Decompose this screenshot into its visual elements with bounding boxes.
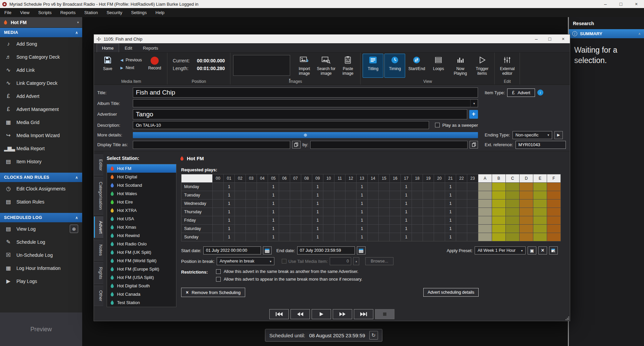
plays-cell[interactable]	[368, 183, 378, 191]
break-cell[interactable]	[506, 208, 519, 216]
next-button[interactable]: ▶ Next	[120, 65, 142, 70]
plays-cell[interactable]	[235, 208, 246, 216]
plays-cell[interactable]: 1	[268, 199, 279, 208]
menu-settings[interactable]: Settings	[127, 8, 151, 17]
break-cell[interactable]	[492, 191, 505, 199]
preview-panel[interactable]: Preview	[0, 312, 82, 346]
refresh-schedule-button[interactable]: ↻	[369, 331, 378, 340]
window-minimize-button[interactable]: –	[598, 0, 613, 8]
plays-cell[interactable]	[345, 216, 356, 224]
sidebar-item-station-rules[interactable]: ▤Station Rules	[0, 195, 82, 208]
plays-cell[interactable]: 1	[312, 233, 323, 241]
break-cell[interactable]	[478, 183, 492, 191]
plays-cell[interactable]	[390, 233, 400, 241]
plays-cell[interactable]: 1	[224, 183, 234, 191]
sidebar-item-un-schedule-log[interactable]: ☒Un-Schedule Log	[0, 248, 82, 262]
dialog-minimize-button[interactable]: –	[530, 35, 543, 43]
plays-cell[interactable]	[290, 208, 301, 216]
sidebar-item-add-advert[interactable]: £Add Advert	[0, 90, 82, 103]
sidebar-item-advert-management[interactable]: £Advert Management	[0, 103, 82, 116]
plays-cell[interactable]	[279, 225, 290, 233]
record-button[interactable]: Record	[144, 54, 165, 78]
plays-cell[interactable]: 1	[312, 191, 323, 199]
fast-forward-button[interactable]	[333, 309, 352, 319]
window-close-button[interactable]: ×	[629, 0, 644, 8]
plays-cell[interactable]	[434, 233, 445, 241]
plays-cell[interactable]: 1	[268, 191, 279, 199]
plays-cell[interactable]	[390, 208, 400, 216]
titling-button[interactable]: Titling	[363, 54, 383, 78]
station-hot-fm-usa-split[interactable]: Hot FM (USA Split)	[107, 273, 176, 282]
browse-button[interactable]: Browse...	[365, 257, 393, 265]
plays-cell[interactable]	[456, 233, 467, 241]
plays-cell[interactable]: 1	[445, 191, 456, 199]
plays-cell[interactable]	[345, 225, 356, 233]
side-tab-other[interactable]: Other	[94, 286, 103, 306]
station-hot-fm-world-split[interactable]: Hot FM (World Split)	[107, 256, 176, 265]
sidebar-station-selector[interactable]: Hot FM ▾	[0, 17, 82, 28]
clear-preset-button[interactable]: ×	[538, 246, 547, 254]
plays-cell[interactable]	[467, 216, 478, 224]
plays-cell[interactable]: 1	[445, 233, 456, 241]
sidebar-item-edit-clock-assignments[interactable]: ◷Edit Clock Assignments	[0, 182, 82, 195]
previous-button[interactable]: ◀ Previous	[120, 58, 142, 62]
plays-cell[interactable]: 1	[268, 233, 279, 241]
station-hot-canada[interactable]: Hot Canada	[107, 290, 176, 298]
plays-cell[interactable]	[379, 233, 389, 241]
plays-cell[interactable]: 1	[401, 199, 412, 208]
plays-cell[interactable]	[257, 216, 268, 224]
plays-cell[interactable]	[379, 199, 389, 208]
break-cell[interactable]	[533, 233, 547, 241]
plays-cell[interactable]	[412, 216, 423, 224]
plays-cell[interactable]: 1	[312, 199, 323, 208]
plays-cell[interactable]: 1	[401, 183, 412, 191]
plays-cell[interactable]	[456, 216, 467, 224]
plays-cell[interactable]	[301, 233, 312, 241]
plays-cell[interactable]	[246, 225, 257, 233]
start-date-calendar-button[interactable]	[263, 246, 272, 254]
break-cell[interactable]	[547, 183, 560, 191]
plays-cell[interactable]	[434, 208, 445, 216]
loops-button[interactable]: Loops	[428, 54, 449, 78]
break-cell[interactable]	[506, 225, 519, 233]
sidebar-item-media-import-wizard[interactable]: ↪Media Import Wizard	[0, 129, 82, 142]
plays-cell[interactable]	[456, 208, 467, 216]
side-tab-advert[interactable]: Advert	[94, 216, 103, 238]
display-by-input[interactable]	[310, 141, 468, 149]
plays-cell[interactable]	[379, 208, 389, 216]
remove-from-scheduling-button[interactable]: × Remove from Scheduling	[181, 288, 245, 297]
plays-cell[interactable]	[368, 225, 378, 233]
ext-reference-value[interactable]: MYR01043	[516, 141, 566, 149]
plays-cell[interactable]	[423, 191, 434, 199]
tab-home[interactable]: Home	[97, 44, 119, 52]
station-hot-xtra[interactable]: Hot XTRA	[107, 206, 176, 215]
menu-view[interactable]: View	[16, 8, 34, 17]
plays-cell[interactable]	[434, 199, 445, 208]
plays-cell[interactable]	[323, 216, 334, 224]
station-hot-wales[interactable]: Hot Wales	[107, 189, 176, 198]
item-type-button[interactable]: £ Advert	[507, 89, 535, 97]
station-hot-eire[interactable]: Hot Eire	[107, 198, 176, 206]
plays-cell[interactable]: 1	[224, 216, 234, 224]
plays-cell[interactable]	[467, 183, 478, 191]
side-tab-notes[interactable]: Notes	[94, 240, 103, 261]
plays-cell[interactable]: 1	[312, 216, 323, 224]
plays-cell[interactable]	[279, 199, 290, 208]
plays-cell[interactable]	[290, 225, 301, 233]
station-hot-fm-europe-split[interactable]: Hot FM (Europe Split)	[107, 265, 176, 273]
plays-cell[interactable]: 1	[445, 225, 456, 233]
plays-cell[interactable]	[257, 183, 268, 191]
plays-cell[interactable]: 1	[312, 225, 323, 233]
plays-cell[interactable]: 1	[445, 216, 456, 224]
plays-cell[interactable]: 1	[401, 208, 412, 216]
plays-cell[interactable]	[467, 225, 478, 233]
menu-help[interactable]: Help	[151, 8, 169, 17]
plays-cell[interactable]: 1	[357, 199, 367, 208]
plays-cell[interactable]: 1	[224, 233, 234, 241]
plays-cell[interactable]	[467, 199, 478, 208]
break-cell[interactable]	[478, 225, 492, 233]
plays-cell[interactable]	[213, 225, 223, 233]
break-cell[interactable]	[478, 208, 492, 216]
plays-cell[interactable]	[368, 191, 378, 199]
plays-cell[interactable]: 1	[224, 208, 234, 216]
